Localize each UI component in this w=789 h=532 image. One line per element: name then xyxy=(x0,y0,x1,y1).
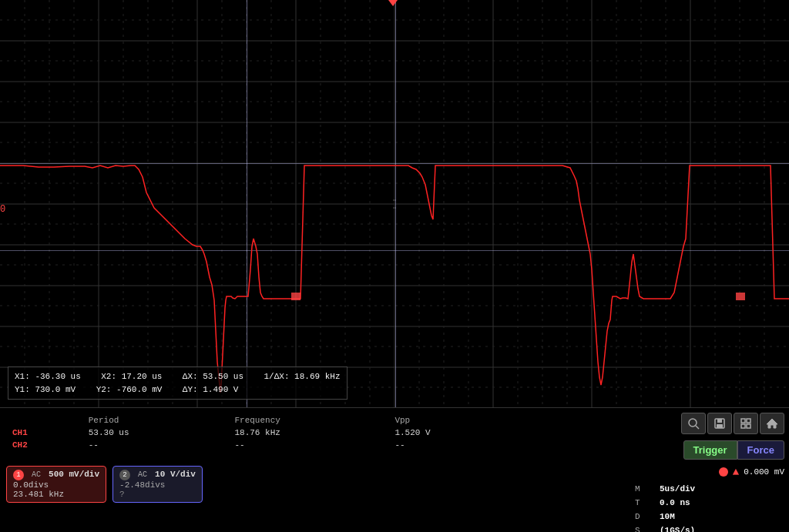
y2-measurement: Y2: -760.0 mV xyxy=(96,385,163,394)
svg-rect-53 xyxy=(736,293,745,300)
svg-rect-61 xyxy=(741,424,745,428)
save-button[interactable] xyxy=(707,413,732,434)
zero-marker: 0 xyxy=(0,204,5,215)
ch1-frequency: 18.76 kHz xyxy=(234,427,394,439)
svg-rect-60 xyxy=(747,419,750,423)
D-value: 10M xyxy=(656,510,783,523)
timebase-M-row: M 5us/div xyxy=(632,483,783,495)
waveform-display xyxy=(0,0,789,408)
ch1-label: CH1 xyxy=(12,427,89,439)
ch2-label: CH2 xyxy=(12,439,89,451)
timebase-table: M 5us/div T 0.0 ns D 10M S (1GS/s) xyxy=(630,481,784,532)
ch2-mode: AC xyxy=(138,470,147,479)
col-ch xyxy=(12,414,89,427)
layout-button[interactable] xyxy=(734,413,758,434)
force-button[interactable]: Force xyxy=(737,440,784,460)
right-panel: Trigger Force ▲ 0.000 mV M 5us/div T 0.0… xyxy=(573,408,789,532)
ch1-scale: 500 mV/div xyxy=(49,470,99,479)
trigger-button[interactable]: Trigger xyxy=(683,440,737,460)
scope-screen: 0 X1: -36.30 us X2: 17.20 us ΔX: 53.50 u… xyxy=(0,0,789,408)
trigger-ch-dot xyxy=(719,467,728,477)
T-value: 0.0 ns xyxy=(656,497,783,509)
M-label: M xyxy=(632,483,655,495)
svg-line-55 xyxy=(696,426,699,429)
channel1-box[interactable]: 1 AC 500 mV/div 0.0divs 23.481 kHz xyxy=(6,466,106,503)
ch1-period: 53.30 us xyxy=(89,427,235,439)
trigger-level: 0.000 mV xyxy=(744,467,784,477)
svg-point-54 xyxy=(689,419,697,427)
ch2-frequency: -- xyxy=(234,439,394,451)
col-vpp: Vpp xyxy=(394,414,527,427)
timebase-D-row: D 10M xyxy=(632,510,783,523)
ch2-label: ? xyxy=(119,490,196,499)
cursor-y2 xyxy=(0,250,789,251)
timebase-S-row: S (1GS/s) xyxy=(632,524,783,532)
trigger-indicator: ▲ 0.000 mV xyxy=(719,466,784,478)
D-label: D xyxy=(632,510,655,523)
icon-buttons xyxy=(681,413,784,434)
stats-table: Period Frequency Vpp CH1 53.30 us 18.76 … xyxy=(12,414,527,451)
svg-rect-58 xyxy=(717,424,723,428)
trigger-marker xyxy=(388,0,398,6)
S-label: S xyxy=(632,524,655,532)
y1-measurement: Y1: 730.0 mV xyxy=(15,385,76,394)
ch1-offset: 0.0divs xyxy=(13,480,99,490)
cursor-x1 xyxy=(247,0,247,408)
table-row: CH2 -- -- -- xyxy=(12,439,527,451)
ch1-mode: AC xyxy=(32,470,41,479)
ch1-number: 1 xyxy=(13,470,24,480)
cursor-x2 xyxy=(395,0,396,408)
svg-rect-62 xyxy=(747,424,750,428)
stats-area: Period Frequency Vpp CH1 53.30 us 18.76 … xyxy=(0,408,539,457)
inv-dx-measurement: 1/ΔX: 18.69 kHz xyxy=(264,372,340,381)
svg-rect-57 xyxy=(717,419,722,423)
svg-rect-52 xyxy=(291,293,300,300)
measurements-overlay: X1: -36.30 us X2: 17.20 us ΔX: 53.50 us … xyxy=(8,366,347,400)
ch2-offset: -2.48divs xyxy=(119,480,196,490)
x1-measurement: X1: -36.30 us xyxy=(15,372,81,381)
col-period: Period xyxy=(89,414,235,427)
ch2-period: -- xyxy=(89,439,235,451)
timebase-T-row: T 0.0 ns xyxy=(632,497,783,509)
x2-measurement: X2: 17.20 us xyxy=(101,372,162,381)
ch1-vpp: 1.520 V xyxy=(394,427,527,439)
ch2-scale: 10 V/div xyxy=(155,470,196,479)
svg-marker-63 xyxy=(767,419,777,428)
dx-measurement: ΔX: 53.50 us xyxy=(183,372,243,381)
trigger-force-buttons: Trigger Force xyxy=(683,440,784,460)
T-label: T xyxy=(632,497,655,509)
channel2-box[interactable]: 2 AC 10 V/div -2.48divs ? xyxy=(112,466,203,503)
cursor-y1 xyxy=(0,163,789,164)
search-button[interactable] xyxy=(681,413,706,434)
channel-boxes: 1 AC 500 mV/div 0.0divs 23.481 kHz 2 AC … xyxy=(0,466,209,503)
home-button[interactable] xyxy=(760,413,784,434)
S-value: (1GS/s) xyxy=(656,524,783,532)
col-frequency: Frequency xyxy=(234,414,394,427)
trigger-arrow-icon: ▲ xyxy=(733,466,739,478)
ch1-frequency: 23.481 kHz xyxy=(13,490,99,499)
svg-rect-59 xyxy=(741,419,745,423)
table-row: CH1 53.30 us 18.76 kHz 1.520 V xyxy=(12,427,527,439)
grid-svg xyxy=(0,0,789,408)
ch2-vpp: -- xyxy=(394,439,527,451)
ch2-number: 2 xyxy=(119,470,130,480)
M-value: 5us/div xyxy=(656,483,783,495)
dy-measurement: ΔY: 1.490 V xyxy=(183,385,239,394)
